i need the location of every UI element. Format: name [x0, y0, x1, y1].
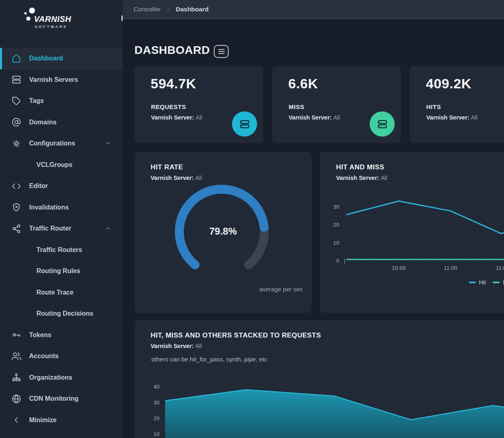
svg-text:20: 20 — [333, 222, 339, 228]
server-icon — [11, 75, 21, 85]
svg-text:10: 10 — [333, 240, 339, 246]
breadcrumb-dashboard: Dashboard — [176, 6, 208, 13]
sidebar-scrollbar-thumb[interactable] — [121, 15, 123, 21]
hierarchy-icon — [11, 373, 21, 382]
requests-server-button[interactable] — [232, 111, 257, 137]
server-filter: Varnish Server: All — [151, 114, 202, 121]
miss-label: MISS — [289, 103, 304, 110]
sidebar-item-editor[interactable]: Editor — [0, 175, 123, 197]
sidebar-item-cdn-monitoring[interactable]: CDN Monitoring — [0, 388, 123, 410]
shield-x-icon — [11, 203, 21, 212]
hits-value: 409.2K — [426, 76, 472, 92]
at-sign-icon — [11, 118, 21, 127]
chart-legend: Hit Miss — [469, 279, 504, 286]
sidebar-item-configurations[interactable]: Configurations — [0, 133, 123, 154]
sidebar-item-vclgroups[interactable]: VCLGroups — [0, 154, 123, 176]
sidebar-nav: Dashboard Varnish Servers Tags Domains — [0, 48, 123, 431]
svg-text:10: 10 — [153, 431, 159, 437]
svg-text:40: 40 — [153, 384, 159, 390]
app-window: VARNISH SOFTWARE Dashboard Varnish Serve… — [0, 0, 504, 438]
chevron-left-icon — [11, 415, 21, 425]
sidebar-item-accounts[interactable]: Accounts — [0, 346, 123, 367]
legend-hit[interactable]: Hit — [469, 279, 486, 286]
server-icon — [239, 118, 251, 130]
hit-rate-value: 79.8% — [134, 226, 312, 237]
sidebar-item-routing-decisions[interactable]: Routing Decisions — [0, 303, 123, 325]
topbar: Controller Dashboard — [123, 0, 504, 19]
svg-text:20: 20 — [153, 415, 159, 421]
legend-miss[interactable]: Miss — [493, 279, 504, 286]
svg-text:10:59: 10:59 — [392, 265, 406, 271]
tag-icon — [11, 96, 21, 106]
chevron-up-icon[interactable] — [105, 226, 111, 231]
chevron-up-icon[interactable] — [105, 141, 111, 146]
svg-text:11:01: 11:01 — [496, 265, 504, 271]
sidebar-item-domains[interactable]: Domains — [0, 112, 123, 133]
stacked-area-chart: 10203040 — [134, 320, 504, 438]
miss-legend-swatch — [493, 282, 500, 283]
sidebar: VARNISH SOFTWARE Dashboard Varnish Serve… — [0, 0, 123, 438]
hit-legend-swatch — [469, 282, 476, 283]
sidebar-item-routing-rules[interactable]: Routing Rules — [0, 261, 123, 282]
code-icon — [11, 181, 21, 191]
miss-value: 6.6K — [288, 76, 318, 92]
sidebar-item-dashboard[interactable]: Dashboard — [0, 48, 123, 69]
server-filter: Varnish Server: All — [289, 114, 340, 121]
svg-text:0: 0 — [336, 258, 339, 264]
miss-stat-card: 6.6K MISS Varnish Server: All — [272, 66, 401, 143]
hit-rate-footnote: average per sec — [259, 286, 303, 293]
svg-text:30: 30 — [153, 400, 159, 406]
sidebar-item-tokens[interactable]: Tokens — [0, 325, 123, 346]
stacked-requests-card: HIT, MISS AND OTHERS STACKED TO REQUESTS… — [134, 320, 504, 438]
dashboard-menu-button[interactable] — [214, 45, 229, 58]
users-icon — [11, 351, 21, 361]
page-title: DASHBOARD — [134, 44, 210, 57]
svg-text:30: 30 — [333, 204, 339, 210]
requests-stat-card: 594.7K REQUESTS Varnish Server: All — [134, 66, 263, 143]
chevron-right-icon — [166, 6, 171, 12]
hits-label: HITS — [426, 103, 441, 110]
sidebar-item-varnish-servers[interactable]: Varnish Servers — [0, 69, 123, 91]
sidebar-item-traffic-routers[interactable]: Traffic Routers — [0, 239, 123, 261]
sidebar-item-traffic-router[interactable]: Traffic Router — [0, 218, 123, 239]
sidebar-item-route-trace[interactable]: Route Trace — [0, 282, 123, 303]
sidebar-item-organizations[interactable]: Organizations — [0, 367, 123, 389]
logo-text-software: SOFTWARE — [35, 24, 68, 29]
varnish-logo: VARNISH SOFTWARE — [0, 0, 123, 48]
hit-and-miss-card: HIT AND MISS Varnish Server: All 0102030… — [320, 152, 504, 313]
sidebar-item-invalidations[interactable]: Invalidations — [0, 197, 123, 218]
requests-value: 594.7K — [151, 76, 196, 92]
gear-icon — [11, 139, 21, 148]
logo-text-varnish: VARNISH — [34, 15, 71, 24]
sidebar-item-tags[interactable]: Tags — [0, 90, 123, 112]
svg-text:11:00: 11:00 — [444, 265, 457, 271]
home-icon — [11, 53, 21, 63]
share-network-icon — [11, 224, 21, 233]
key-icon — [11, 330, 21, 340]
hit-rate-card: HIT RATE Varnish Server: All 79.8% avera… — [134, 152, 312, 313]
globe-icon — [11, 394, 21, 404]
requests-label: REQUESTS — [151, 103, 186, 110]
hit-and-miss-chart: 010203010:5911:0011:01 — [320, 152, 504, 313]
breadcrumb-controller[interactable]: Controller — [134, 6, 161, 13]
miss-server-button[interactable] — [370, 111, 395, 137]
hits-stat-card: 409.2K HITS Varnish Server: All — [410, 66, 504, 143]
server-icon — [376, 118, 388, 130]
sidebar-item-minimize[interactable]: Minimize — [0, 410, 123, 431]
server-filter: Varnish Server: All — [426, 114, 478, 121]
